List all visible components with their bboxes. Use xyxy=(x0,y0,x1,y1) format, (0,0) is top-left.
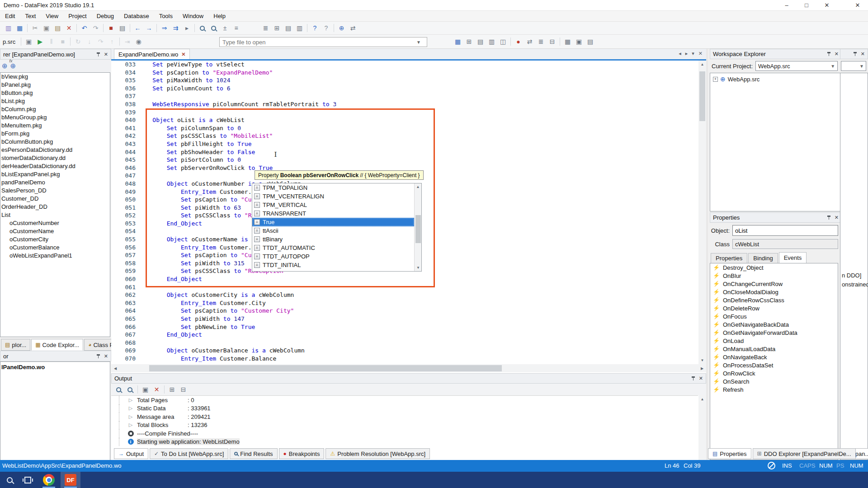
menu-database[interactable]: Database xyxy=(119,11,154,21)
object-input[interactable] xyxy=(732,225,838,236)
combo-arrow-icon[interactable]: ▼ xyxy=(830,64,837,69)
run-to-cursor-icon[interactable]: ⇥ xyxy=(122,37,132,46)
event-item[interactable]: ⚡OnCloseModalDialog xyxy=(710,288,838,296)
pin-icon[interactable] xyxy=(827,215,831,220)
code-line-035[interactable]: 035 Set piMaxWidth to 1024 xyxy=(111,76,698,84)
code-line-040[interactable]: 040 Object oList is a cWebList xyxy=(111,116,698,124)
explorer-item[interactable]: List xyxy=(0,211,110,219)
studio-lists-icon[interactable]: ⊟ xyxy=(547,37,557,46)
print-icon[interactable]: ▤ xyxy=(117,23,127,33)
event-item[interactable]: ⚡OnGetNavigateForwardData xyxy=(710,328,838,337)
cut-icon[interactable]: ✂ xyxy=(30,23,40,33)
properties-tab-properties[interactable]: Properties xyxy=(711,253,747,263)
event-item[interactable]: ⚡Refresh xyxy=(710,385,838,394)
clipped-combobox[interactable]: ▼ xyxy=(841,61,866,71)
code-line-070[interactable]: 070 Entry_Item Customer.Balance xyxy=(111,355,698,363)
event-item[interactable]: ⚡OnRowClick xyxy=(710,369,838,377)
combo-arrow-icon[interactable]: ▼ xyxy=(859,64,866,69)
code-line-064[interactable]: 064 Set psCaption to "Customer City" xyxy=(111,307,698,315)
copy-icon[interactable]: ▣ xyxy=(41,23,52,33)
view-outline-icon[interactable]: ≣ xyxy=(260,23,271,33)
explorer-item[interactable]: bPanel.pkg xyxy=(0,81,110,89)
menu-edit[interactable]: Edit xyxy=(0,11,20,21)
explorer-item[interactable]: bListExpandPanel.pkg xyxy=(0,170,110,178)
explorer-item[interactable]: oCustomerNumber xyxy=(0,219,110,227)
explorer-item[interactable]: SalesPerson_DD xyxy=(0,187,110,195)
step-over-icon[interactable]: ↷ xyxy=(95,37,106,46)
output-row[interactable]: ▷Total Pages: 0 xyxy=(111,396,698,404)
pause-icon[interactable]: ‖ xyxy=(46,37,57,46)
compile-all-icon[interactable]: ⇉ xyxy=(170,23,181,33)
data-dictionary-icon[interactable]: ▦ xyxy=(453,37,463,46)
explorer-item[interactable]: bColumn.pkg xyxy=(0,105,110,113)
document-tab[interactable]: ExpandPanelDemo.wo ✕ xyxy=(114,49,190,59)
explorer-item[interactable]: bColumnButton.pkg xyxy=(0,138,110,146)
right-dock-tab[interactable]: ⊞DDO Explorer [ExpandPanelDe... xyxy=(753,448,856,459)
navigate-forward-icon[interactable]: → xyxy=(144,23,154,33)
code-line-041[interactable]: 041 Set piColumnSpan to 0 xyxy=(111,124,698,132)
undo-icon[interactable]: ↶ xyxy=(79,23,90,33)
event-item[interactable]: ⚡OnNavigateBack xyxy=(710,353,838,361)
compile-icon[interactable]: ⇒ xyxy=(159,23,170,33)
menu-debug[interactable]: Debug xyxy=(92,11,119,21)
explorer-item[interactable]: oWebListExpandPanel1 xyxy=(0,252,110,260)
autocomplete-item[interactable]: ≡ttAscii xyxy=(252,226,414,235)
view-details-icon[interactable]: ▤ xyxy=(283,23,293,33)
collapse-all-icon[interactable]: ⊟ xyxy=(178,385,189,394)
event-item[interactable]: ⚡OnBlur xyxy=(710,272,838,280)
scroll-up-icon[interactable]: ▲ xyxy=(698,395,706,403)
explorer-item[interactable]: bForm.pkg xyxy=(0,130,110,138)
file-open-combobox[interactable]: ▼ xyxy=(219,37,427,47)
redo-icon[interactable]: ↷ xyxy=(90,23,101,33)
code-line-034[interactable]: 034 Set psCaption to "ExpandPanelDemo" xyxy=(111,69,698,77)
table-view-icon[interactable]: ⊞ xyxy=(464,37,474,46)
pin-icon[interactable] xyxy=(96,354,100,359)
context-help-icon[interactable]: ? xyxy=(321,23,331,33)
step-out-icon[interactable]: ↑ xyxy=(107,37,117,46)
find-next-icon[interactable] xyxy=(208,23,219,33)
autocomplete-item[interactable]: ≡TTDT_INITIAL xyxy=(252,261,414,269)
step-into-icon[interactable]: ↓ xyxy=(84,37,94,46)
project-combo-partial[interactable]: p.src xyxy=(2,38,19,45)
autocomplete-item[interactable]: ≡True xyxy=(252,218,414,226)
navigate-back-icon[interactable]: ← xyxy=(132,23,143,33)
expand-all-icon[interactable]: ⊞ xyxy=(167,385,177,394)
event-item[interactable]: ⚡Destroy_Object xyxy=(710,263,838,272)
dataflex-taskbar-button[interactable]: DF xyxy=(61,472,80,488)
run-project-icon[interactable]: ▸ xyxy=(182,23,192,33)
scrollbar-thumb[interactable] xyxy=(149,365,502,371)
close-panel-icon[interactable]: ✕ xyxy=(835,215,839,220)
event-item[interactable]: ⚡OnFocus xyxy=(710,312,838,320)
scroll-right-icon[interactable]: ▶ xyxy=(698,364,706,372)
code-line-044[interactable]: 044 Set pbShowHeader to False xyxy=(111,148,698,156)
code-line-039[interactable]: 039 xyxy=(111,108,698,117)
output-row[interactable]: iStarting web application: WebListDemo xyxy=(111,438,698,446)
explorer-item[interactable]: bView.pkg xyxy=(0,73,110,81)
save-icon[interactable]: ▥ xyxy=(3,23,14,33)
bottom-tab[interactable]: Find Results xyxy=(230,448,277,459)
menu-tools[interactable]: Tools xyxy=(154,11,178,21)
bottom-tab[interactable]: →Output xyxy=(114,448,148,459)
taskbar-search-button[interactable] xyxy=(1,472,18,488)
code-line-068[interactable]: 068 xyxy=(111,339,698,347)
database-explorer-icon[interactable]: ▤ xyxy=(475,37,486,46)
autocomplete-item[interactable]: ≡TRANSPARENT xyxy=(252,209,414,218)
doc-nav-icon[interactable]: ▸ xyxy=(685,51,688,56)
explorer-item[interactable]: oCustomerName xyxy=(0,227,110,235)
combo-arrow-icon[interactable]: ▼ xyxy=(414,40,423,45)
pin-icon[interactable] xyxy=(96,52,100,57)
autocomplete-item[interactable]: ≡TTDT_AUTOPOP xyxy=(252,252,414,261)
code-line-067[interactable]: 067 End_Object xyxy=(111,331,698,339)
event-item[interactable]: ⚡OnChangeCurrentRow xyxy=(710,280,838,288)
expander-icon[interactable]: + xyxy=(713,77,718,82)
delete-icon[interactable]: ✕ xyxy=(64,23,74,33)
paste-icon[interactable]: ▤ xyxy=(52,23,63,33)
menu-window[interactable]: Window xyxy=(178,11,208,21)
sql-tool-icon[interactable]: ◫ xyxy=(498,37,508,46)
close-panel-icon[interactable]: ✕ xyxy=(861,52,865,56)
doc-nav-icon[interactable]: ◂ xyxy=(679,51,681,56)
event-item[interactable]: ⚡OnGetNavigateBackData xyxy=(710,320,838,328)
explorer-item[interactable]: bMenuItem.pkg xyxy=(0,122,110,130)
panel-layout-3-icon[interactable]: ▤ xyxy=(585,37,595,46)
save-all-icon[interactable]: ▦ xyxy=(14,23,25,33)
